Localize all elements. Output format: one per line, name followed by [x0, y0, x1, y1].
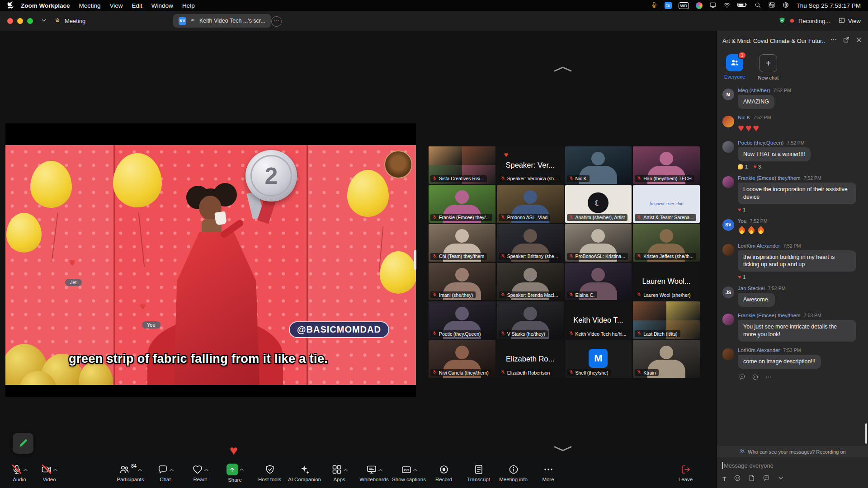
popout-chat-button[interactable] — [843, 36, 850, 45]
message-sender[interactable]: Jan Steckel — [738, 286, 764, 291]
search-status-icon[interactable] — [754, 1, 761, 10]
chat-options-button[interactable] — [763, 474, 770, 483]
chevron-down-icon[interactable] — [777, 474, 784, 483]
close-chat-button[interactable] — [855, 36, 863, 45]
mic-status-icon[interactable] — [651, 1, 658, 10]
control-center-status-icon[interactable] — [768, 1, 775, 10]
chevron-up-icon[interactable] — [204, 465, 208, 473]
whiteboards-button[interactable]: Whiteboards — [357, 458, 392, 488]
close-window-button[interactable] — [7, 18, 13, 24]
menu-bar-clock[interactable]: Thu Sep 25 7:53:17 PM — [796, 2, 861, 9]
participant-tile[interactable]: Sista Creatives Risi... — [429, 146, 495, 184]
participant-tile[interactable]: Chi (Team) they/them — [429, 224, 495, 262]
fullscreen-window-button[interactable] — [27, 18, 33, 24]
wd-status-icon[interactable]: WD — [679, 2, 689, 9]
message-sender[interactable]: Frankie (Emcee) they/them — [738, 175, 801, 181]
message-sender[interactable]: Frankie (Emcee) they/them — [738, 313, 801, 318]
participant-tile[interactable]: Speaker: Brenda Macl... — [497, 263, 564, 300]
expand-gallery-button[interactable] — [552, 446, 573, 454]
participant-tile[interactable]: Poetic (they.Queen) — [429, 301, 495, 339]
chevron-up-icon[interactable] — [138, 465, 142, 473]
chat-button[interactable]: Chat — [148, 458, 183, 488]
participant-tile[interactable]: Frankie (Emcee) they/... — [429, 185, 495, 223]
wifi-status-icon[interactable] — [723, 1, 731, 10]
participant-tile[interactable]: Speaker: Brittany (she... — [497, 224, 564, 262]
participant-tile[interactable]: ProBonoASL: Kristina... — [565, 224, 632, 262]
message-bubble[interactable]: You just see more intricate details the … — [738, 320, 856, 342]
minimize-window-button[interactable] — [17, 18, 23, 24]
reply-icon[interactable] — [739, 374, 745, 382]
participant-tile[interactable]: frequent crier clubArtist & Team: Sarena… — [633, 185, 700, 223]
message-bubble[interactable]: Now THAT is a winner!!!! — [738, 147, 811, 161]
message-bubble[interactable]: the inspiration building in my heart is … — [738, 250, 856, 272]
message-sender[interactable]: You — [738, 218, 746, 224]
share-button[interactable]: Share — [217, 458, 252, 488]
chevron-up-icon[interactable] — [413, 465, 417, 473]
participant-tile[interactable]: Han (they/them) TECH — [633, 146, 700, 184]
chevron-down-icon[interactable] — [40, 17, 47, 25]
participant-tile[interactable]: Elizabeth Ro...Elizabeth Robertson — [497, 340, 564, 378]
message-bubble[interactable]: Awesome. — [738, 293, 775, 307]
apps-button[interactable]: Apps — [322, 458, 357, 488]
host-tools-button[interactable]: Host tools — [252, 458, 287, 488]
attach-file-button[interactable] — [748, 474, 755, 483]
participant-tile[interactable]: Keith Video T...Keith Video Tech he/hi..… — [565, 301, 632, 339]
emoji-picker-button[interactable] — [734, 474, 741, 483]
menu-help[interactable]: Help — [178, 2, 199, 9]
chevron-up-icon[interactable] — [378, 465, 382, 473]
more-button[interactable]: More — [531, 458, 566, 488]
menu-edit[interactable]: Edit — [127, 2, 147, 9]
chevron-up-icon[interactable] — [170, 465, 174, 473]
privacy-notice[interactable]: Who can see your messages? Recording on — [717, 446, 868, 457]
participant-tile[interactable]: V Starks (he/they) — [497, 301, 564, 339]
menu-zoom-workplace[interactable]: Zoom Workplace — [16, 2, 75, 9]
more-actions-icon[interactable] — [765, 374, 772, 382]
participant-tile[interactable]: Ktrain — [633, 340, 700, 378]
message-bubble[interactable]: Looove the incorporation of their assist… — [738, 183, 856, 204]
format-text-button[interactable]: T — [722, 475, 726, 483]
captions-button[interactable]: CCShow captions — [392, 458, 426, 488]
record-button[interactable]: Record — [426, 458, 461, 488]
reaction-pill[interactable]: ♥3 — [753, 164, 761, 169]
media-status-icon[interactable] — [696, 2, 703, 9]
chat-more-button[interactable] — [830, 36, 837, 45]
shared-screen[interactable]: 2 — [5, 123, 416, 397]
react-button[interactable]: React — [183, 458, 217, 488]
reaction-pill[interactable]: ♥1 — [738, 274, 745, 280]
participant-tile[interactable]: ♥Speaker: Ver...Speaker: Veronica (sh... — [497, 146, 564, 184]
participant-tile[interactable]: MShell (they/she) — [565, 340, 632, 378]
chevron-up-icon[interactable] — [24, 465, 28, 473]
chevron-up-icon[interactable] — [344, 465, 348, 473]
message-bubble[interactable]: come on image description!!! — [738, 355, 821, 369]
security-shield-icon[interactable] — [778, 17, 786, 25]
apple-menu-icon[interactable] — [7, 1, 14, 10]
meeting-info-button[interactable]: Meeting info — [496, 458, 531, 488]
video-button[interactable]: Video — [34, 458, 64, 488]
message-sender[interactable]: LoriKim Alexander — [738, 347, 780, 353]
chevron-up-icon[interactable] — [53, 465, 57, 473]
audio-button[interactable]: Audio — [5, 458, 34, 488]
participant-tile[interactable]: Imani (she/they) — [429, 263, 495, 300]
tab-meeting[interactable]: Meeting — [54, 17, 85, 25]
tab-shared-screen[interactable]: KV Keith Video Tech ...'s scr... — [173, 14, 271, 28]
reaction-pill[interactable]: ♥1 — [738, 207, 745, 212]
message-sender[interactable]: LoriKim Alexander — [738, 243, 780, 249]
collapse-gallery-button[interactable] — [552, 66, 573, 74]
message-sender[interactable]: Nic K — [738, 115, 750, 120]
new-chat-button[interactable]: + New chat — [758, 54, 778, 80]
message-sender[interactable]: Poetic (they.Queen) — [738, 140, 783, 145]
annotation-pencil-button[interactable] — [13, 433, 33, 454]
sidebar-scrollbar[interactable] — [865, 423, 867, 444]
participant-tile[interactable]: Lauren Wool...Lauren Wool (she/her) — [633, 263, 700, 300]
display-status-icon[interactable] — [709, 1, 717, 10]
tab-everyone[interactable]: 1 Everyone — [724, 54, 745, 80]
ai-companion-button[interactable]: AI Companion — [287, 458, 322, 488]
menu-window[interactable]: Window — [147, 2, 178, 9]
message-bubble[interactable]: AMAZING — [738, 95, 774, 109]
globe-status-icon[interactable] — [782, 1, 789, 10]
zoom-status-icon[interactable] — [665, 2, 672, 9]
participant-tile[interactable]: Probono ASL- Vlad — [497, 185, 564, 223]
chevron-up-icon[interactable] — [240, 465, 244, 473]
menu-meeting[interactable]: Meeting — [75, 2, 105, 9]
tab-options-button[interactable]: ⋯ — [271, 16, 282, 27]
